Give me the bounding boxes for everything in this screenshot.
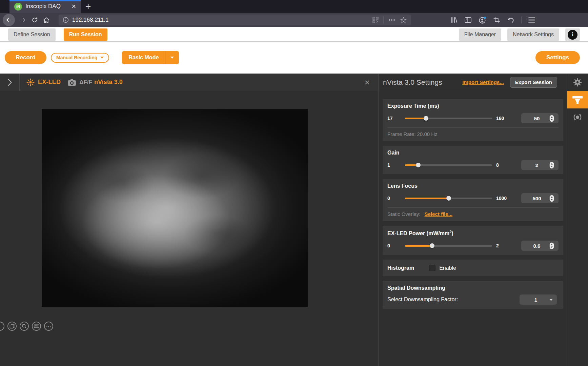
caret-down-icon bbox=[549, 299, 553, 301]
exposure-min: 17 bbox=[387, 116, 401, 121]
right-toolbar-strip bbox=[567, 74, 588, 366]
frame-rate-text: Frame Rate: 20.00 Hz bbox=[387, 131, 559, 137]
miniscope-view-tab[interactable] bbox=[567, 91, 588, 108]
undo-icon[interactable] bbox=[507, 17, 514, 23]
spinner-icon[interactable] bbox=[549, 242, 554, 249]
ex-led-power-value-input[interactable]: 0.6 bbox=[521, 241, 559, 251]
info-button[interactable]: i bbox=[565, 28, 580, 41]
microscope-live-image bbox=[42, 109, 308, 307]
tab-close-icon[interactable]: × bbox=[70, 3, 77, 10]
forward-arrow-icon[interactable] bbox=[20, 17, 26, 23]
url-bar[interactable]: 192.168.211.1 bbox=[59, 15, 411, 25]
histogram-label: Histogram bbox=[387, 265, 414, 271]
gain-value: 2 bbox=[535, 162, 538, 168]
edge-tool-button[interactable] bbox=[0, 322, 4, 331]
page-actions-icon[interactable] bbox=[388, 19, 395, 21]
bookmark-star-icon[interactable] bbox=[400, 17, 407, 24]
ellipsis-icon: ⋯ bbox=[46, 323, 52, 329]
screenshot-icon[interactable] bbox=[493, 17, 500, 24]
exposure-label: Exposure Time (ms) bbox=[387, 103, 559, 109]
tab-title: Inscopix DAQ bbox=[25, 3, 70, 10]
downsampling-factor-label: Select Downsampling Factor: bbox=[387, 297, 520, 303]
export-session-button[interactable]: Export Session bbox=[510, 77, 557, 88]
ex-led-power-slider[interactable] bbox=[405, 245, 492, 247]
lens-focus-card: Lens Focus 0 1000 500 St bbox=[383, 179, 563, 221]
dff-toggle[interactable]: ΔF/F bbox=[79, 79, 92, 86]
library-icon[interactable] bbox=[450, 17, 458, 23]
exposure-card: Exposure Time (ms) 17 160 50 Frame Ra bbox=[383, 99, 563, 141]
main-area: EX-LED ΔF/F nVista 3.0 × bbox=[0, 74, 588, 366]
zoom-tool-button[interactable] bbox=[20, 322, 29, 331]
browser-tab-bar: iN Inscopix DAQ × + bbox=[0, 0, 588, 13]
mode-label: Basic Mode bbox=[122, 55, 165, 61]
histogram-enable-checkbox[interactable] bbox=[429, 265, 435, 271]
downsampling-factor-dropdown[interactable]: 1 bbox=[520, 294, 557, 305]
browser-toolbar: 192.168.211.1 bbox=[0, 13, 588, 27]
focus-scan-tab[interactable] bbox=[567, 108, 588, 126]
qr-code-icon[interactable] bbox=[372, 17, 379, 23]
tab-define-session[interactable]: Define Session bbox=[8, 28, 56, 41]
menu-icon[interactable] bbox=[528, 17, 535, 23]
viewer-corner-tools: ⋯ bbox=[0, 322, 53, 331]
gain-min: 1 bbox=[387, 162, 401, 168]
static-overlay-label: Static Overlay: bbox=[387, 211, 421, 217]
layout-windows-button[interactable] bbox=[7, 322, 17, 331]
lens-focus-label: Lens Focus bbox=[387, 183, 559, 189]
browser-tab[interactable]: iN Inscopix DAQ × bbox=[9, 0, 81, 13]
magnifier-icon bbox=[22, 324, 27, 329]
chevron-right-icon bbox=[7, 79, 12, 86]
gain-slider[interactable] bbox=[405, 164, 492, 166]
select-file-link[interactable]: Select file... bbox=[425, 211, 453, 217]
caret-down-icon bbox=[170, 57, 174, 59]
back-button[interactable] bbox=[3, 14, 15, 26]
ex-led-power-min: 0 bbox=[387, 243, 401, 248]
import-settings-link[interactable]: Import Settings... bbox=[462, 79, 504, 85]
gain-value-input[interactable]: 2 bbox=[521, 160, 559, 170]
lens-focus-max: 1000 bbox=[496, 196, 517, 201]
exposure-slider[interactable] bbox=[405, 118, 492, 119]
gain-slider-handle[interactable] bbox=[416, 163, 421, 167]
viewer-panel: EX-LED ΔF/F nVista 3.0 × bbox=[0, 74, 379, 366]
lens-focus-slider-handle[interactable] bbox=[446, 196, 451, 201]
mode-dropdown[interactable]: Basic Mode bbox=[122, 51, 179, 64]
exposure-slider-handle[interactable] bbox=[424, 116, 428, 121]
exposure-value: 50 bbox=[534, 116, 540, 121]
close-viewer-icon[interactable]: × bbox=[365, 78, 370, 87]
lens-focus-slider[interactable] bbox=[405, 198, 492, 199]
reload-icon[interactable] bbox=[31, 17, 38, 23]
spinner-icon[interactable] bbox=[549, 195, 554, 202]
recording-mode-dropdown[interactable]: Manual Recording bbox=[51, 53, 109, 63]
card-divider bbox=[387, 127, 559, 128]
snapshot-button[interactable] bbox=[67, 78, 77, 86]
sidebar-icon[interactable] bbox=[464, 17, 472, 23]
histogram-enable-label: Enable bbox=[439, 265, 456, 271]
panel-settings-button[interactable] bbox=[567, 74, 588, 91]
expand-sidebar-button[interactable] bbox=[0, 74, 20, 91]
settings-button[interactable]: Settings bbox=[535, 51, 580, 64]
led-sun-icon bbox=[26, 78, 35, 87]
home-icon[interactable] bbox=[43, 17, 50, 24]
network-settings-button[interactable]: Network Settings bbox=[507, 28, 559, 41]
rotate-focus-icon bbox=[572, 112, 583, 123]
keyboard-icon bbox=[34, 324, 39, 328]
exposure-max: 160 bbox=[496, 116, 517, 121]
exposure-value-input[interactable]: 50 bbox=[521, 113, 559, 123]
spinner-icon[interactable] bbox=[549, 162, 554, 169]
tab-run-session[interactable]: Run Session bbox=[64, 28, 107, 41]
gain-max: 8 bbox=[496, 162, 517, 168]
ex-led-toggle[interactable]: EX-LED bbox=[38, 79, 61, 86]
url-text[interactable]: 192.168.211.1 bbox=[72, 17, 372, 23]
spatial-downsampling-card: Spatial Downsampling Select Downsampling… bbox=[383, 281, 563, 309]
more-tools-button[interactable]: ⋯ bbox=[44, 322, 53, 331]
record-button[interactable]: Record bbox=[5, 51, 46, 64]
keyboard-tool-button[interactable] bbox=[32, 322, 41, 331]
spinner-icon[interactable] bbox=[549, 115, 554, 122]
new-tab-button[interactable]: + bbox=[81, 0, 96, 13]
site-info-icon[interactable] bbox=[63, 17, 69, 23]
file-manager-button[interactable]: File Manager bbox=[459, 28, 501, 41]
lens-focus-value-input[interactable]: 500 bbox=[521, 193, 559, 203]
account-icon[interactable] bbox=[479, 16, 486, 24]
downsampling-factor-value: 1 bbox=[534, 297, 537, 303]
ex-led-power-slider-handle[interactable] bbox=[430, 243, 434, 248]
lens-focus-min: 0 bbox=[387, 196, 401, 201]
